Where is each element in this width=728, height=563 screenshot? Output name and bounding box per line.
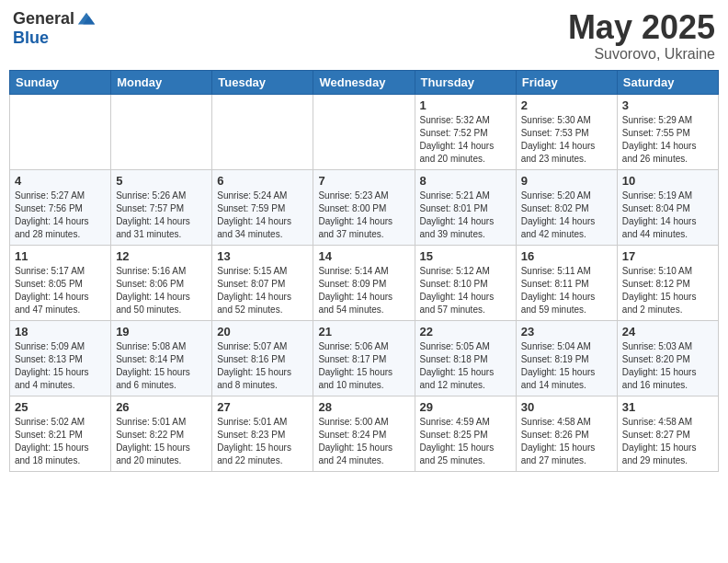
calendar-cell: 5Sunrise: 5:26 AM Sunset: 7:57 PM Daylig… (111, 169, 212, 245)
day-info: Sunrise: 5:17 AM Sunset: 8:05 PM Dayligh… (15, 265, 106, 316)
calendar-cell: 27Sunrise: 5:01 AM Sunset: 8:23 PM Dayli… (212, 396, 313, 471)
day-number: 17 (622, 249, 713, 263)
day-info: Sunrise: 5:29 AM Sunset: 7:55 PM Dayligh… (622, 114, 713, 166)
day-number: 9 (521, 174, 612, 188)
calendar-table: Sunday Monday Tuesday Wednesday Thursday… (9, 70, 719, 472)
day-info: Sunrise: 5:12 AM Sunset: 8:10 PM Dayligh… (420, 265, 511, 316)
calendar-cell: 28Sunrise: 5:00 AM Sunset: 8:24 PM Dayli… (313, 396, 415, 471)
header-friday: Friday (516, 70, 617, 94)
day-number: 21 (318, 325, 409, 339)
day-info: Sunrise: 5:24 AM Sunset: 7:59 PM Dayligh… (217, 190, 308, 241)
calendar-week-3: 11Sunrise: 5:17 AM Sunset: 8:05 PM Dayli… (10, 245, 719, 320)
header-thursday: Thursday (415, 70, 516, 94)
day-info: Sunrise: 5:16 AM Sunset: 8:06 PM Dayligh… (116, 265, 207, 316)
day-info: Sunrise: 5:20 AM Sunset: 8:02 PM Dayligh… (521, 190, 612, 241)
calendar-cell: 24Sunrise: 5:03 AM Sunset: 8:20 PM Dayli… (617, 320, 718, 396)
header-tuesday: Tuesday (212, 70, 313, 94)
calendar-cell (313, 94, 415, 169)
calendar-cell: 7Sunrise: 5:23 AM Sunset: 8:00 PM Daylig… (313, 169, 415, 245)
logo-blue: Blue (13, 29, 49, 47)
day-number: 26 (116, 400, 207, 414)
day-number: 22 (420, 325, 511, 339)
calendar-cell: 25Sunrise: 5:02 AM Sunset: 8:21 PM Dayli… (10, 396, 111, 471)
calendar-cell: 6Sunrise: 5:24 AM Sunset: 7:59 PM Daylig… (212, 169, 313, 245)
calendar-cell (10, 94, 111, 169)
day-number: 4 (15, 174, 106, 188)
calendar-cell: 14Sunrise: 5:14 AM Sunset: 8:09 PM Dayli… (313, 245, 415, 320)
day-info: Sunrise: 5:02 AM Sunset: 8:21 PM Dayligh… (15, 416, 106, 467)
day-info: Sunrise: 5:11 AM Sunset: 8:11 PM Dayligh… (521, 265, 612, 316)
day-number: 5 (116, 174, 207, 188)
calendar-cell: 11Sunrise: 5:17 AM Sunset: 8:05 PM Dayli… (10, 245, 111, 320)
calendar-cell: 8Sunrise: 5:21 AM Sunset: 8:01 PM Daylig… (415, 169, 516, 245)
day-info: Sunrise: 5:07 AM Sunset: 8:16 PM Dayligh… (217, 340, 308, 392)
calendar-cell: 4Sunrise: 5:27 AM Sunset: 7:56 PM Daylig… (10, 169, 111, 245)
calendar-cell: 17Sunrise: 5:10 AM Sunset: 8:12 PM Dayli… (617, 245, 718, 320)
day-number: 24 (622, 325, 713, 339)
day-info: Sunrise: 5:30 AM Sunset: 7:53 PM Dayligh… (521, 114, 612, 166)
logo-icon (76, 9, 97, 29)
calendar-cell: 30Sunrise: 4:58 AM Sunset: 8:26 PM Dayli… (516, 396, 617, 471)
day-info: Sunrise: 5:05 AM Sunset: 8:18 PM Dayligh… (420, 340, 511, 392)
day-number: 6 (217, 174, 308, 188)
day-info: Sunrise: 5:21 AM Sunset: 8:01 PM Dayligh… (420, 190, 511, 241)
day-number: 16 (521, 249, 612, 263)
calendar-header-row: Sunday Monday Tuesday Wednesday Thursday… (10, 70, 719, 94)
calendar-cell: 29Sunrise: 4:59 AM Sunset: 8:25 PM Dayli… (415, 396, 516, 471)
day-info: Sunrise: 5:26 AM Sunset: 7:57 PM Dayligh… (116, 190, 207, 241)
day-info: Sunrise: 5:10 AM Sunset: 8:12 PM Dayligh… (622, 265, 713, 316)
calendar-week-2: 4Sunrise: 5:27 AM Sunset: 7:56 PM Daylig… (10, 169, 719, 245)
day-number: 30 (521, 400, 612, 414)
day-number: 27 (217, 400, 308, 414)
day-number: 18 (15, 325, 106, 339)
day-number: 19 (116, 325, 207, 339)
day-info: Sunrise: 5:03 AM Sunset: 8:20 PM Dayligh… (622, 340, 713, 392)
day-number: 14 (318, 249, 409, 263)
day-info: Sunrise: 5:00 AM Sunset: 8:24 PM Dayligh… (318, 416, 409, 467)
day-number: 13 (217, 249, 308, 263)
calendar-cell: 10Sunrise: 5:19 AM Sunset: 8:04 PM Dayli… (617, 169, 718, 245)
calendar-cell: 3Sunrise: 5:29 AM Sunset: 7:55 PM Daylig… (617, 94, 718, 169)
calendar-cell: 21Sunrise: 5:06 AM Sunset: 8:17 PM Dayli… (313, 320, 415, 396)
day-info: Sunrise: 5:19 AM Sunset: 8:04 PM Dayligh… (622, 190, 713, 241)
day-number: 2 (521, 98, 612, 112)
header-sunday: Sunday (10, 70, 111, 94)
calendar-cell: 13Sunrise: 5:15 AM Sunset: 8:07 PM Dayli… (212, 245, 313, 320)
calendar-cell: 26Sunrise: 5:01 AM Sunset: 8:22 PM Dayli… (111, 396, 212, 471)
day-number: 1 (420, 98, 511, 112)
day-number: 23 (521, 325, 612, 339)
day-number: 28 (318, 400, 409, 414)
day-number: 20 (217, 325, 308, 339)
day-info: Sunrise: 5:32 AM Sunset: 7:52 PM Dayligh… (420, 114, 511, 166)
calendar-cell: 9Sunrise: 5:20 AM Sunset: 8:02 PM Daylig… (516, 169, 617, 245)
logo-general: General (13, 10, 74, 29)
calendar-cell: 23Sunrise: 5:04 AM Sunset: 8:19 PM Dayli… (516, 320, 617, 396)
day-info: Sunrise: 5:27 AM Sunset: 7:56 PM Dayligh… (15, 190, 106, 241)
day-number: 3 (622, 98, 713, 112)
calendar-cell: 2Sunrise: 5:30 AM Sunset: 7:53 PM Daylig… (516, 94, 617, 169)
header-monday: Monday (111, 70, 212, 94)
day-number: 31 (622, 400, 713, 414)
day-info: Sunrise: 5:23 AM Sunset: 8:00 PM Dayligh… (318, 190, 409, 241)
day-number: 15 (420, 249, 511, 263)
calendar-cell: 20Sunrise: 5:07 AM Sunset: 8:16 PM Dayli… (212, 320, 313, 396)
day-number: 7 (318, 174, 409, 188)
day-info: Sunrise: 5:08 AM Sunset: 8:14 PM Dayligh… (116, 340, 207, 392)
day-number: 25 (15, 400, 106, 414)
calendar-week-1: 1Sunrise: 5:32 AM Sunset: 7:52 PM Daylig… (10, 94, 719, 169)
calendar-cell: 31Sunrise: 4:58 AM Sunset: 8:27 PM Dayli… (617, 396, 718, 471)
title-block: May 2025 Suvorovo, Ukraine (568, 9, 715, 63)
day-info: Sunrise: 5:15 AM Sunset: 8:07 PM Dayligh… (217, 265, 308, 316)
calendar-cell (212, 94, 313, 169)
day-info: Sunrise: 5:04 AM Sunset: 8:19 PM Dayligh… (521, 340, 612, 392)
calendar-cell (111, 94, 212, 169)
day-number: 29 (420, 400, 511, 414)
header-wednesday: Wednesday (313, 70, 415, 94)
calendar-cell: 18Sunrise: 5:09 AM Sunset: 8:13 PM Dayli… (10, 320, 111, 396)
day-info: Sunrise: 5:01 AM Sunset: 8:22 PM Dayligh… (116, 416, 207, 467)
day-info: Sunrise: 4:59 AM Sunset: 8:25 PM Dayligh… (420, 416, 511, 467)
day-info: Sunrise: 5:01 AM Sunset: 8:23 PM Dayligh… (217, 416, 308, 467)
header-saturday: Saturday (617, 70, 718, 94)
day-info: Sunrise: 5:06 AM Sunset: 8:17 PM Dayligh… (318, 340, 409, 392)
calendar-cell: 15Sunrise: 5:12 AM Sunset: 8:10 PM Dayli… (415, 245, 516, 320)
